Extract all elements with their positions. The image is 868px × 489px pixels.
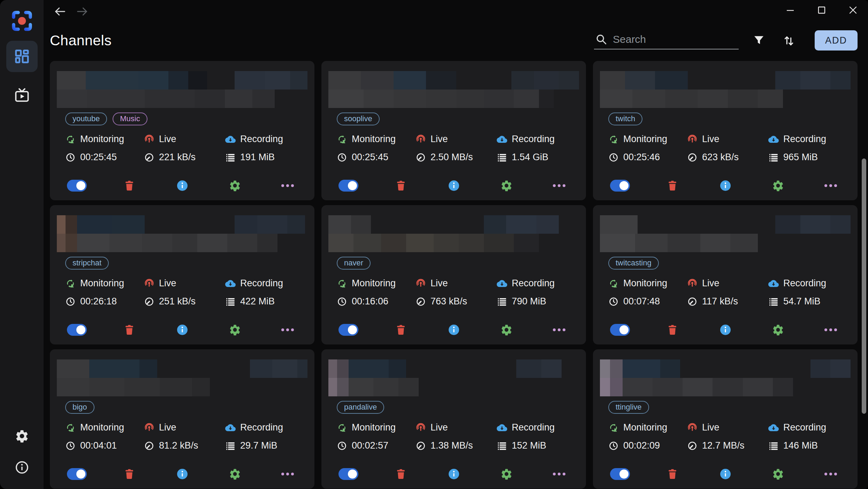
monitoring-label: Monitoring <box>352 422 396 433</box>
toggle-on-icon[interactable] <box>67 180 87 192</box>
toggle-on-icon[interactable] <box>67 468 87 480</box>
monitor-duration: 00:02:09 <box>608 440 687 451</box>
monitoring-label: Monitoring <box>80 278 124 289</box>
more-button[interactable] <box>277 328 298 331</box>
toggle-on-icon[interactable] <box>610 468 630 480</box>
configure-button[interactable] <box>768 468 788 480</box>
storage-icon <box>768 152 779 163</box>
trash-icon <box>666 179 679 192</box>
mosaic-line-2 <box>328 378 579 396</box>
card-actions <box>67 323 298 337</box>
live-status: Live <box>687 134 768 145</box>
delete-button[interactable] <box>391 179 411 192</box>
more-button[interactable] <box>821 473 841 475</box>
add-channel-button[interactable]: ADD <box>815 30 858 51</box>
thumbnail-mosaic <box>57 359 307 396</box>
enable-toggle[interactable] <box>338 180 358 192</box>
stats-grid: Monitoring Live Recording <box>65 422 314 451</box>
enable-toggle[interactable] <box>67 468 87 480</box>
configure-button[interactable] <box>768 179 788 192</box>
details-button[interactable] <box>444 324 464 336</box>
details-button[interactable] <box>444 468 464 480</box>
gear-filled-icon <box>500 468 513 480</box>
more-button[interactable] <box>277 473 298 475</box>
recording-status: Recording <box>497 278 586 289</box>
enable-toggle[interactable] <box>610 324 630 336</box>
configure-button[interactable] <box>225 468 245 480</box>
more-button[interactable] <box>821 184 841 187</box>
toggle-on-icon[interactable] <box>610 180 630 192</box>
toggle-on-icon[interactable] <box>338 180 358 192</box>
ellipsis-icon <box>281 328 294 331</box>
platform-tag: bigo <box>65 401 94 414</box>
channel-card: bigo Monitoring <box>50 349 314 489</box>
toggle-on-icon[interactable] <box>338 324 358 336</box>
maximize-button[interactable] <box>817 6 826 15</box>
forward-button[interactable] <box>76 5 89 18</box>
enable-toggle[interactable] <box>610 468 630 480</box>
tag-row: twitcasting <box>608 257 842 270</box>
storage-icon <box>497 441 507 451</box>
delete-button[interactable] <box>391 468 411 480</box>
delete-button[interactable] <box>391 324 411 336</box>
search-input[interactable] <box>613 33 747 45</box>
configure-button[interactable] <box>768 324 788 336</box>
ellipsis-icon <box>824 328 837 331</box>
close-button[interactable] <box>848 6 858 15</box>
configure-button[interactable] <box>496 324 517 336</box>
enable-toggle[interactable] <box>610 180 630 192</box>
delete-button[interactable] <box>662 179 683 192</box>
configure-button[interactable] <box>225 324 245 336</box>
scrollbar-thumb[interactable] <box>862 158 866 414</box>
about-button[interactable] <box>12 457 32 478</box>
delete-button[interactable] <box>119 468 139 480</box>
enable-toggle[interactable] <box>67 324 87 336</box>
storage-icon <box>225 152 236 163</box>
more-button[interactable] <box>549 328 569 331</box>
configure-button[interactable] <box>496 468 517 480</box>
more-button[interactable] <box>549 473 569 475</box>
sort-button[interactable] <box>781 33 797 48</box>
toggle-on-icon[interactable] <box>610 324 630 336</box>
delete-button[interactable] <box>119 324 139 336</box>
mosaic-line-2 <box>57 234 307 252</box>
configure-button[interactable] <box>496 179 517 192</box>
more-button[interactable] <box>277 184 298 187</box>
recorded-size: 54.7 MiB <box>768 296 858 307</box>
details-button[interactable] <box>172 179 192 192</box>
minimize-button[interactable] <box>786 6 795 15</box>
settings-button[interactable] <box>12 426 32 447</box>
filter-button[interactable] <box>751 33 767 48</box>
details-button[interactable] <box>715 468 736 480</box>
toggle-on-icon[interactable] <box>338 468 358 480</box>
sidebar-item-live-tv[interactable] <box>6 80 38 111</box>
live-broadcast-icon <box>416 422 426 433</box>
configure-button[interactable] <box>225 179 245 192</box>
details-button[interactable] <box>715 179 736 192</box>
back-button[interactable] <box>53 5 67 18</box>
sidebar-item-channels[interactable] <box>6 41 38 72</box>
details-button[interactable] <box>172 324 192 336</box>
details-button[interactable] <box>715 324 736 336</box>
enable-toggle[interactable] <box>67 180 87 192</box>
details-button[interactable] <box>172 468 192 480</box>
recording-status: Recording <box>225 278 314 289</box>
platform-tag: ttinglive <box>608 401 649 414</box>
more-button[interactable] <box>821 328 841 331</box>
monitoring-status: Monitoring <box>337 278 416 289</box>
delete-button[interactable] <box>662 468 683 480</box>
delete-button[interactable] <box>119 179 139 192</box>
delete-button[interactable] <box>662 324 683 336</box>
monitor-time-value: 00:04:01 <box>80 440 117 451</box>
gear-filled-icon <box>500 179 513 192</box>
mosaic-line-2 <box>57 90 307 108</box>
enable-toggle[interactable] <box>338 324 358 336</box>
search-box[interactable] <box>594 31 739 49</box>
enable-toggle[interactable] <box>338 468 358 480</box>
toggle-on-icon[interactable] <box>67 324 87 336</box>
recording-label: Recording <box>783 134 826 145</box>
ellipsis-icon <box>281 473 294 475</box>
monitor-duration: 00:26:18 <box>65 296 144 307</box>
details-button[interactable] <box>444 179 464 192</box>
more-button[interactable] <box>549 184 569 187</box>
